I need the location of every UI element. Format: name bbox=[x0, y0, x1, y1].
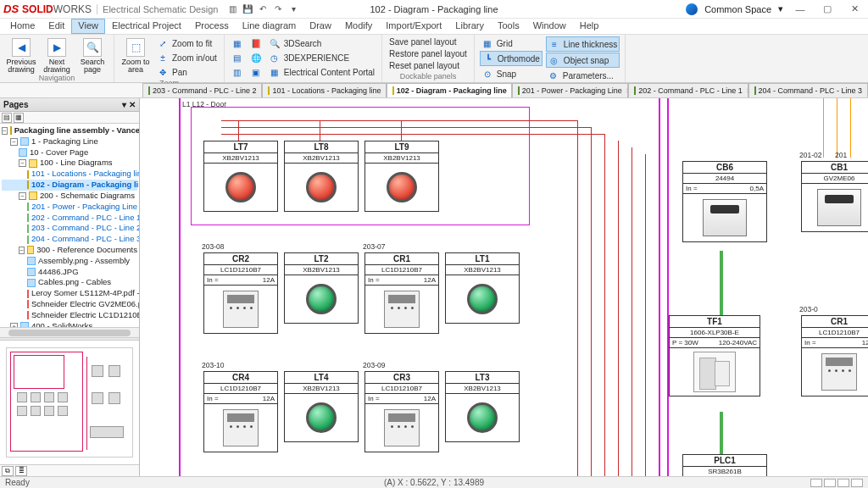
qat-new-icon[interactable]: ▥ bbox=[226, 3, 238, 15]
ortho-toggle[interactable]: ┗Orthomode bbox=[480, 51, 542, 66]
tab-201[interactable]: 201 - Power - Packaging Line× bbox=[512, 83, 629, 97]
component-lt3[interactable]: LT3 XB2BV1213 bbox=[445, 371, 520, 442]
qat-dropdown-icon[interactable]: ▾ bbox=[287, 3, 299, 15]
status-ready: Ready bbox=[5, 478, 30, 487]
breaker-icon bbox=[703, 199, 747, 236]
menu-tools[interactable]: Tools bbox=[491, 19, 526, 34]
lamp-red-icon bbox=[387, 172, 417, 202]
page-thumbnail[interactable] bbox=[0, 341, 139, 464]
tab-202[interactable]: 202 - Command - PLC - Line 1× bbox=[628, 83, 748, 97]
title-bar: DS SOLIDWORKS Electrical Schematic Desig… bbox=[0, 0, 868, 19]
component-lt1[interactable]: LT1 XB2BV1213 bbox=[445, 252, 520, 324]
grid-icon-c[interactable]: ▥ bbox=[230, 65, 245, 79]
component-lt8[interactable]: LT8 XB2BV1213 bbox=[284, 141, 359, 212]
panel-bottom-buttons: ⧉ ≣ bbox=[0, 464, 139, 476]
component-cb6[interactable]: CB6 24494 In =0,5A bbox=[682, 161, 767, 242]
component-cb1[interactable]: CB1 GV2ME06 bbox=[801, 161, 868, 232]
menu-modify[interactable]: Modify bbox=[338, 19, 379, 34]
tool-icon[interactable]: ▦ bbox=[14, 113, 24, 123]
object-snap-toggle[interactable]: ◎Object snap bbox=[546, 53, 620, 68]
component-plc1[interactable]: PLC1 SR3B261B bbox=[682, 454, 767, 476]
drawing-canvas[interactable]: L1 L12 - Door bbox=[140, 98, 868, 476]
tree-scrollbar[interactable] bbox=[0, 327, 139, 337]
menu-line-diagram[interactable]: Line diagram bbox=[236, 19, 303, 34]
zoom-fit-button[interactable]: ⤢Zoom to fit bbox=[155, 36, 219, 50]
component-cr3[interactable]: CR3 LC1D1210B7 In =12A bbox=[364, 371, 439, 452]
pan-button[interactable]: ✥Pan bbox=[155, 65, 219, 79]
maximize-button[interactable]: ▢ bbox=[817, 2, 837, 17]
lamp-red-icon bbox=[225, 172, 256, 202]
content-portal-button[interactable]: ▦Electrical Content Portal bbox=[267, 65, 376, 79]
view-mode-icon[interactable] bbox=[810, 479, 822, 487]
restore-panel-button[interactable]: Restore panel layout bbox=[387, 48, 469, 59]
pages-panel: Pages▾ ✕ ▤▦ −Packaging line assembly - V… bbox=[0, 98, 140, 476]
component-cr1-right[interactable]: CR1 LC1D1210B7 In =12A bbox=[801, 315, 868, 396]
qat-undo-icon[interactable]: ↶ bbox=[257, 3, 269, 15]
menu-draw[interactable]: Draw bbox=[303, 19, 338, 34]
reset-panel-button[interactable]: Reset panel layout bbox=[387, 60, 469, 71]
component-lt7[interactable]: LT7 XB2BV1213 bbox=[203, 141, 278, 212]
view-mode-icon[interactable] bbox=[837, 479, 849, 487]
menu-edit[interactable]: Edit bbox=[42, 19, 71, 34]
menu-view[interactable]: View bbox=[71, 19, 105, 34]
globe-icon[interactable] bbox=[686, 3, 698, 15]
next-drawing-button[interactable]: ▶Next drawing bbox=[41, 36, 73, 74]
quick-access-toolbar: ▥ 💾 ↶ ↷ ▾ bbox=[226, 3, 299, 15]
pages-pane-header[interactable]: Pages▾ ✕ bbox=[0, 98, 139, 112]
parameters-button[interactable]: ⚙Parameters... bbox=[546, 69, 620, 82]
component-tf1[interactable]: TF1 1606-XLP30B-E P = 30W120-240VAC bbox=[669, 315, 760, 396]
tab-203[interactable]: 203 - Command - PLC - Line 2× bbox=[142, 83, 262, 97]
component-cr1[interactable]: CR1 LC1D1210B7 In =12A bbox=[364, 252, 439, 334]
menu-home[interactable]: Home bbox=[3, 19, 42, 34]
sort-icon[interactable]: ≣ bbox=[15, 466, 27, 476]
lamp-green-icon bbox=[306, 284, 337, 314]
common-space-dropdown-icon[interactable]: ▾ bbox=[778, 3, 783, 14]
save-panel-button[interactable]: Save panel layout bbox=[387, 36, 469, 47]
3dexperience-button[interactable]: ◷3DEXPERIENCE bbox=[267, 51, 376, 64]
menu-library[interactable]: Library bbox=[448, 19, 491, 34]
menu-process[interactable]: Process bbox=[188, 19, 236, 34]
component-lt4[interactable]: LT4 XB2BV1213 bbox=[284, 371, 359, 442]
search-page-button[interactable]: 🔍Search page bbox=[76, 36, 108, 74]
view-mode-icon[interactable] bbox=[851, 479, 863, 487]
zoom-inout-button[interactable]: ±Zoom in/out bbox=[155, 51, 219, 64]
book-icon[interactable]: 📕 bbox=[248, 36, 264, 50]
status-coords: (A) X : 0.5622, Y : 13.4989 bbox=[384, 478, 484, 487]
tab-204[interactable]: 204 - Command - PLC - Line 3× bbox=[748, 83, 868, 97]
qat-save-icon[interactable]: 💾 bbox=[242, 3, 253, 15]
menu-bar: Home Edit View Electrical Project Proces… bbox=[0, 19, 868, 34]
common-space-label[interactable]: Common Space bbox=[704, 4, 771, 14]
close-button[interactable]: ✕ bbox=[844, 2, 865, 17]
menu-electrical-project[interactable]: Electrical Project bbox=[105, 19, 188, 34]
minimize-button[interactable]: — bbox=[790, 2, 810, 17]
tab-101[interactable]: 101 - Locations - Packaging line× bbox=[262, 83, 386, 97]
filter-icon[interactable]: ⧉ bbox=[2, 466, 14, 476]
zoom-area-button[interactable]: ⬚Zoom to area bbox=[120, 36, 152, 74]
doc-icon[interactable]: ▣ bbox=[248, 65, 264, 79]
component-lt9[interactable]: LT9 XB2BV1213 bbox=[364, 141, 439, 212]
menu-window[interactable]: Window bbox=[526, 19, 573, 34]
snap-toggle[interactable]: ⊙Snap bbox=[480, 67, 542, 80]
globe-small-icon[interactable]: 🌐 bbox=[248, 51, 264, 64]
component-cr2[interactable]: CR2 LC1D1210B7 In =12A bbox=[203, 252, 278, 334]
line-thickness-toggle[interactable]: ≡Line thickness bbox=[546, 36, 620, 52]
qat-redo-icon[interactable]: ↷ bbox=[272, 3, 284, 15]
menu-import-export[interactable]: Import/Export bbox=[379, 19, 448, 34]
grid-icon-a[interactable]: ▦ bbox=[230, 36, 245, 50]
grid-icon-b[interactable]: ▤ bbox=[230, 51, 245, 64]
breaker-icon bbox=[817, 189, 861, 226]
pane-menu-icon[interactable]: ▾ ✕ bbox=[122, 100, 136, 109]
menu-help[interactable]: Help bbox=[573, 19, 606, 34]
tool-icon[interactable]: ▤ bbox=[2, 113, 12, 123]
project-tree[interactable]: −Packaging line assembly - Vance −1 - Pa… bbox=[0, 124, 139, 327]
prev-drawing-button[interactable]: ◀Previous drawing bbox=[5, 36, 37, 74]
transformer-icon bbox=[693, 352, 736, 392]
3dsearch-button[interactable]: 🔍3DSearch bbox=[267, 36, 376, 50]
component-lt2[interactable]: LT2 XB2BV1213 bbox=[284, 252, 359, 324]
grid-toggle[interactable]: ▦Grid bbox=[480, 36, 542, 50]
tab-102[interactable]: 102 - Diagram - Packaging line× bbox=[387, 83, 512, 97]
view-mode-icon[interactable] bbox=[824, 479, 836, 487]
status-bar: Ready (A) X : 0.5622, Y : 13.4989 bbox=[0, 476, 868, 488]
component-cr4[interactable]: CR4 LC1D1210B7 In =12A bbox=[203, 371, 278, 452]
contactor-icon bbox=[223, 409, 259, 446]
